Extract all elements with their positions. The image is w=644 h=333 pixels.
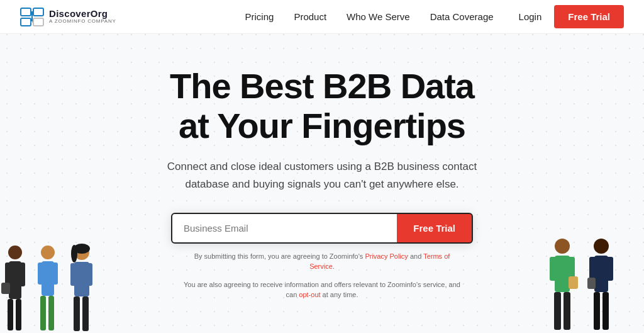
svg-rect-17 (52, 262, 58, 285)
opt-out-link[interactable]: opt-out (299, 291, 320, 298)
svg-rect-10 (19, 262, 25, 286)
svg-rect-25 (86, 263, 92, 286)
logo-icon (20, 8, 44, 26)
hero-title-line1: The Best B2B Data (170, 66, 474, 106)
svg-rect-33 (564, 292, 570, 330)
svg-rect-34 (569, 276, 578, 289)
nav-pricing[interactable]: Pricing (245, 11, 274, 22)
svg-rect-11 (8, 299, 13, 330)
svg-rect-39 (594, 292, 600, 330)
nav-free-trial-button[interactable]: Free Trial (554, 5, 624, 28)
person-left-3 (65, 239, 98, 333)
hero-title: The Best B2B Data at Your Fingertips (170, 67, 474, 145)
nav-who-we-serve[interactable]: Who We Serve (347, 11, 410, 22)
email-input[interactable] (172, 214, 397, 242)
svg-rect-3 (33, 18, 43, 26)
svg-point-35 (594, 239, 609, 254)
navbar: DiscoverOrg A ZoomInfo Company Pricing P… (0, 0, 644, 34)
svg-rect-38 (606, 257, 613, 281)
illustration-right (543, 232, 644, 333)
nav-links: Pricing Product Who We Serve Data Covera… (245, 11, 494, 22)
svg-point-28 (555, 239, 570, 254)
svg-rect-12 (16, 299, 21, 330)
person-right-2 (584, 232, 619, 333)
logo[interactable]: DiscoverOrg A ZoomInfo Company (20, 8, 116, 26)
person-left-2 (33, 239, 63, 333)
svg-rect-36 (594, 256, 608, 292)
login-link[interactable]: Login (519, 11, 542, 22)
hero-subtitle: Connect and close ideal customers using … (146, 158, 498, 192)
svg-rect-26 (74, 296, 80, 331)
svg-rect-32 (554, 292, 561, 330)
svg-rect-18 (40, 296, 46, 330)
svg-rect-0 (21, 8, 31, 16)
svg-rect-19 (48, 296, 54, 330)
nav-data-coverage[interactable]: Data Coverage (430, 11, 494, 22)
form-disclaimer-1: By submitting this form, you are agreein… (184, 251, 460, 272)
person-right-1 (543, 232, 581, 333)
svg-rect-40 (602, 292, 609, 330)
svg-rect-2 (33, 8, 43, 16)
svg-rect-1 (21, 18, 31, 26)
form-disclaimer-2: You are also agreeing to receive informa… (184, 279, 460, 300)
nav-actions: Login Free Trial (519, 5, 624, 28)
svg-rect-24 (70, 263, 77, 286)
svg-rect-16 (38, 262, 44, 285)
svg-rect-37 (589, 257, 596, 281)
logo-main-text: DiscoverOrg (49, 9, 116, 20)
nav-product[interactable]: Product (294, 11, 326, 22)
svg-point-7 (8, 246, 22, 259)
svg-rect-30 (550, 257, 557, 281)
logo-sub-text: A ZoomInfo Company (49, 19, 116, 25)
person-left-1 (0, 239, 30, 333)
svg-rect-41 (587, 278, 596, 289)
hero-title-line2: at Your Fingertips (179, 106, 465, 145)
svg-point-14 (41, 246, 55, 259)
svg-rect-27 (82, 296, 89, 331)
form-free-trial-button[interactable]: Free Trial (397, 214, 472, 242)
svg-rect-13 (1, 283, 10, 294)
illustration-left (0, 232, 138, 333)
email-form: Free Trial (171, 213, 473, 244)
privacy-policy-link[interactable]: Privacy Policy (365, 252, 408, 260)
svg-point-22 (71, 245, 77, 262)
